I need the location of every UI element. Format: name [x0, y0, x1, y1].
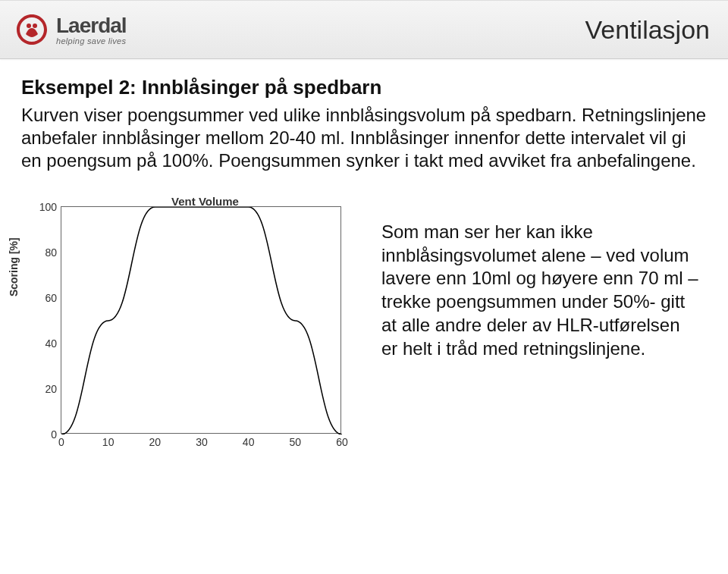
chart-xtick: 20	[149, 436, 162, 448]
chart-ytick: 40	[45, 337, 57, 350]
header-bar: Laerdal helping save lives Ventilasjon	[0, 0, 728, 59]
page-title: Ventilasjon	[585, 15, 710, 45]
body-text: Kurven viser poengsummer ved ulike innbl…	[21, 104, 707, 172]
logo-text: Laerdal helping save lives	[56, 14, 127, 45]
logo-block: Laerdal helping save lives	[14, 11, 127, 48]
chart-xtick: 50	[290, 436, 302, 448]
lower-row: Vent Volume Scoring [%] 0204060801000102…	[21, 195, 707, 434]
content: Eksempel 2: Innblåsinger på spedbarn Kur…	[0, 59, 728, 434]
chart-xtick: 0	[58, 436, 64, 448]
chart-ytick: 100	[39, 201, 57, 213]
chart-xtick: 40	[243, 436, 255, 448]
chart-xtick: 10	[102, 436, 115, 448]
chart-ytick: 80	[45, 246, 57, 259]
side-note: Som man ser her kan ikke innblåsingsvolu…	[381, 195, 707, 360]
chart-inner: Scoring [%] 0204060801000102030405060	[21, 206, 359, 434]
chart-container: Vent Volume Scoring [%] 0204060801000102…	[21, 195, 359, 434]
chart-svg	[61, 207, 342, 434]
svg-point-1	[33, 24, 37, 28]
chart-series-line	[61, 207, 342, 434]
chart-ytick: 0	[51, 428, 57, 441]
laerdal-logo-icon	[14, 11, 50, 48]
chart-ylabel: Scoring [%]	[8, 237, 20, 296]
chart-xtick: 30	[196, 436, 208, 448]
chart-plot-area: 0204060801000102030405060	[61, 206, 341, 434]
chart-ytick: 60	[45, 292, 57, 304]
brand-name: Laerdal	[56, 14, 127, 38]
chart-xtick: 60	[336, 436, 348, 448]
brand-tagline: helping save lives	[56, 36, 127, 45]
section-heading: Eksempel 2: Innblåsinger på spedbarn	[21, 76, 707, 99]
chart-ytick: 20	[45, 383, 57, 395]
svg-point-0	[27, 24, 31, 28]
